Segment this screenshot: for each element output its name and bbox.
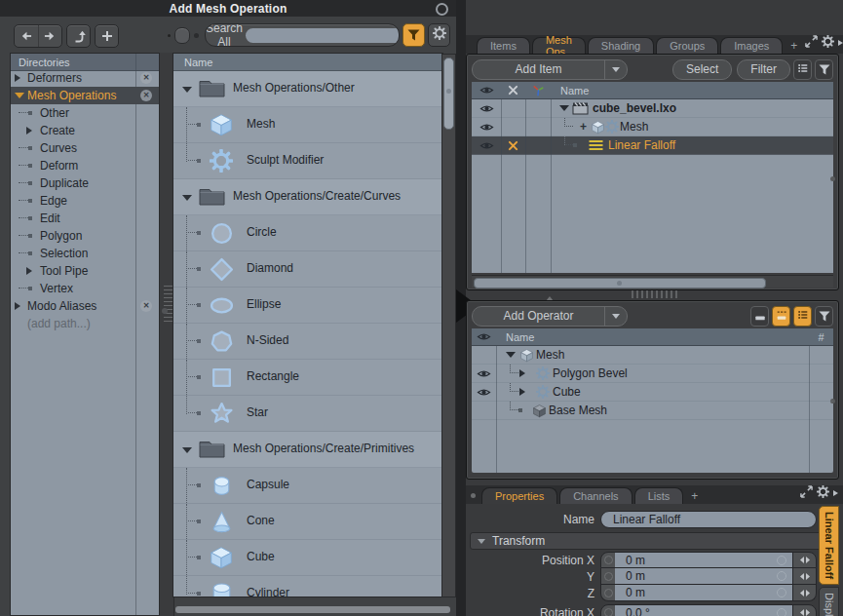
name-cell[interactable]: Polygon Bevel <box>496 365 809 382</box>
directory-item-deform[interactable]: Deform <box>11 157 160 174</box>
envelope-toggle[interactable] <box>601 585 615 600</box>
field-value-input[interactable]: 0 m <box>615 585 792 600</box>
pin-cell[interactable] <box>501 136 525 154</box>
layout-tab-add[interactable]: + <box>785 38 803 54</box>
dialog-resize-bar[interactable] <box>175 606 450 613</box>
operation-row-circle[interactable]: Circle <box>173 215 442 251</box>
name-cell[interactable]: +Mesh <box>551 118 833 135</box>
field-value-input[interactable]: 0 m <box>615 553 792 567</box>
scrollbar-thumb[interactable] <box>443 58 454 130</box>
value-stepper[interactable] <box>792 568 816 584</box>
axis-column-icon[interactable] <box>525 84 551 96</box>
panel-splitter[interactable] <box>466 289 843 299</box>
directory-item-vertex[interactable]: Vertex <box>11 280 160 297</box>
operation-row-sculpt-modifier[interactable]: Sculpt Modifier <box>173 143 442 179</box>
search-input[interactable] <box>246 28 400 43</box>
item-filter-button[interactable] <box>815 59 833 80</box>
field-value-input[interactable]: 0.0 ° <box>615 605 792 616</box>
visibility-eye-icon[interactable] <box>472 136 501 154</box>
select-button[interactable]: Select <box>672 59 732 80</box>
value-stepper[interactable] <box>792 605 816 616</box>
operation-row-rectangle[interactable]: Rectangle <box>173 360 442 396</box>
dialog-titlebar[interactable]: Add Mesh Operation <box>0 0 456 17</box>
add-operator-dropdown[interactable] <box>604 307 627 326</box>
layout-tab-items[interactable]: Items <box>477 37 530 54</box>
operation-row-capsule[interactable]: Capsule <box>173 468 442 504</box>
directory-item-edit[interactable]: Edit <box>11 210 160 227</box>
directory-item-duplicate[interactable]: Duplicate <box>11 174 160 192</box>
visibility-eye-icon[interactable] <box>472 383 496 401</box>
directory-item-other[interactable]: Other <box>11 104 160 122</box>
scrollbar-thumb[interactable] <box>474 278 766 289</box>
remove-directory-button[interactable]: ✕ <box>140 300 152 312</box>
layout-tab-images[interactable]: Images <box>720 37 783 54</box>
filter-toggle-button[interactable] <box>402 23 425 47</box>
form-side-tab-display[interactable]: Display <box>819 587 839 616</box>
operation-row-cube[interactable]: Cube <box>173 540 442 576</box>
graph-view-button[interactable] <box>772 306 790 327</box>
operator-filter-button[interactable] <box>815 306 833 327</box>
remove-directory-button[interactable]: ✕ <box>140 72 152 84</box>
directory-item-edge[interactable]: Edge <box>11 192 160 210</box>
expand-panel-icon[interactable] <box>805 34 818 52</box>
back-button[interactable] <box>15 25 38 47</box>
add-item-dropdown[interactable] <box>604 60 627 79</box>
visibility-eye-icon[interactable] <box>472 365 496 382</box>
form-tab-add[interactable]: + <box>685 488 704 504</box>
solo-view-button[interactable] <box>750 306 769 327</box>
axis-cell[interactable] <box>525 118 551 135</box>
form-tab-channels[interactable]: Channels <box>559 487 632 504</box>
pin-column-icon[interactable] <box>501 84 525 96</box>
directory-item-selection[interactable]: Selection <box>11 245 160 262</box>
collapse-arrow-icon[interactable] <box>182 447 192 458</box>
pin-cell[interactable] <box>501 118 525 135</box>
expand-arrow-icon[interactable] <box>519 365 529 382</box>
visibility-eye-icon[interactable] <box>472 402 496 419</box>
remove-directory-button[interactable]: ✕ <box>140 90 152 101</box>
add-item-button[interactable]: Add Item <box>472 59 628 80</box>
splitter-handle[interactable] <box>174 27 190 44</box>
collapse-arrow-icon[interactable] <box>15 93 24 103</box>
transform-section-header[interactable]: Transform <box>470 532 824 550</box>
category-row-mesh-operations-create-primitives[interactable]: Mesh Operations/Create/Primitives <box>173 432 442 468</box>
directory-item-polygon[interactable]: Polygon <box>11 227 160 245</box>
form-side-tab-linear-falloff[interactable]: Linear Falloff <box>819 506 839 585</box>
gear-icon[interactable] <box>817 484 829 502</box>
add-directory-button[interactable] <box>95 24 119 48</box>
visibility-column-icon[interactable] <box>472 85 501 96</box>
form-tab-properties[interactable]: Properties <box>481 487 557 504</box>
expand-arrow-icon[interactable] <box>26 267 36 275</box>
operation-row-star[interactable]: Star <box>173 396 442 432</box>
operator-row-mesh[interactable]: Mesh <box>472 346 833 365</box>
operator-row-polygon-bevel[interactable]: Polygon Bevel <box>472 365 833 383</box>
expand-arrow-icon[interactable] <box>15 74 24 82</box>
directory-item-deformers[interactable]: Deformers✕ <box>11 69 160 87</box>
expand-arrow-icon[interactable] <box>26 127 36 135</box>
axis-cell[interactable] <box>525 136 551 154</box>
operation-row-cone[interactable]: Cone <box>173 504 442 540</box>
directory-item-add-path[interactable]: (add path...) <box>11 315 160 332</box>
chevron-right-icon[interactable] <box>838 40 843 46</box>
operation-row-n-sided[interactable]: N-Sided <box>173 324 442 360</box>
form-tab-lists[interactable]: Lists <box>634 487 684 504</box>
layout-tab-shading[interactable]: Shading <box>588 37 654 54</box>
operation-row-cylinder[interactable]: Cylinder <box>173 576 442 597</box>
directory-item-modo-aliases[interactable]: Modo Aliases✕ <box>11 297 160 315</box>
directory-item-curves[interactable]: Curves <box>11 139 160 157</box>
forward-button[interactable] <box>38 25 62 47</box>
envelope-toggle[interactable] <box>601 553 615 567</box>
visibility-eye-icon[interactable] <box>472 346 496 364</box>
operation-row-mesh[interactable]: Mesh <box>173 107 442 143</box>
up-level-button[interactable] <box>66 24 91 48</box>
name-column-header[interactable]: Name <box>551 85 589 96</box>
item-name-input[interactable] <box>600 511 817 528</box>
expand-arrow-icon[interactable] <box>15 302 24 310</box>
search-settings-button[interactable] <box>428 23 450 47</box>
name-cell[interactable]: Mesh <box>496 346 809 364</box>
visibility-eye-icon[interactable] <box>472 118 501 135</box>
value-stepper[interactable] <box>792 553 816 567</box>
filter-button[interactable]: Filter <box>737 59 790 80</box>
count-column-header[interactable]: # <box>809 331 833 343</box>
list-options-button[interactable] <box>793 59 812 80</box>
panel-menu-dot-icon[interactable] <box>471 493 476 498</box>
